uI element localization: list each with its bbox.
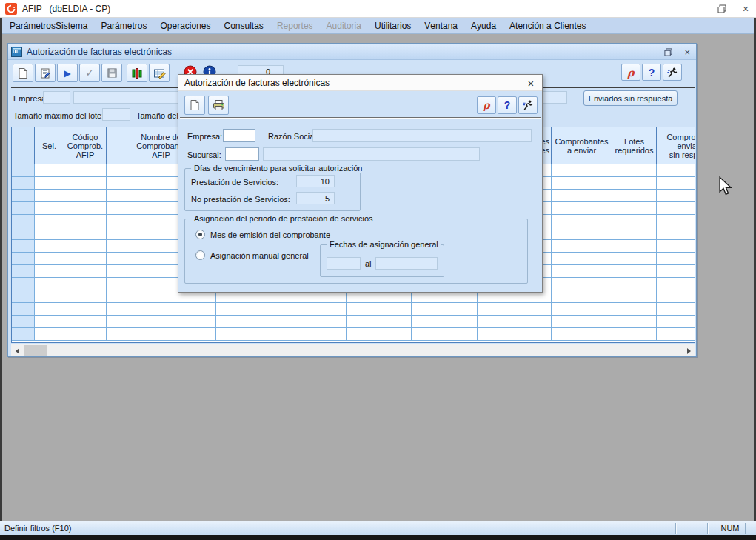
no-prestacion-field[interactable]: 5 [296, 192, 335, 204]
grid-cell[interactable] [552, 240, 612, 253]
grid-cell[interactable] [612, 278, 657, 290]
menu-item-atencion-a-clientes[interactable]: Atención a Clientes [503, 18, 592, 33]
grid-cell[interactable] [64, 253, 107, 265]
dialog-sucursal-field[interactable] [225, 147, 259, 161]
grid-cell[interactable] [64, 227, 107, 240]
grid-cell[interactable] [552, 164, 612, 177]
grid-cell[interactable] [478, 303, 552, 316]
column-header-comprobantes-enviados-sin-respuesta[interactable]: Comprobantes enviados sin respuesta [657, 127, 695, 164]
dialog-titlebar[interactable]: Autorización de facturas electrónicas [178, 75, 542, 91]
grid-cell[interactable] [35, 215, 64, 227]
row-selector-cell[interactable] [12, 215, 35, 227]
grid-cell[interactable] [347, 303, 412, 316]
grid-cell[interactable] [35, 278, 64, 290]
menu-item-ayuda[interactable]: Ayuda [464, 18, 503, 33]
grid-cell[interactable] [657, 265, 695, 278]
row-selector-cell[interactable] [12, 227, 35, 240]
scroll-right-button[interactable] [683, 344, 695, 357]
prestacion-field[interactable]: 10 [296, 175, 335, 187]
grid-cell[interactable] [612, 265, 657, 278]
grid-cell[interactable] [64, 290, 107, 303]
grid-cell[interactable] [612, 215, 657, 227]
grid-cell[interactable] [657, 227, 695, 240]
row-selector-cell[interactable] [12, 303, 35, 316]
grid-cell[interactable] [64, 240, 107, 253]
row-selector-cell[interactable] [12, 290, 35, 303]
grid-cell[interactable] [35, 164, 64, 177]
grid-cell[interactable] [281, 303, 347, 316]
grid-cell[interactable] [612, 328, 657, 341]
maximize-button[interactable] [711, 0, 733, 18]
new-button[interactable] [13, 64, 33, 82]
grid-cell[interactable] [657, 303, 695, 316]
menu-item-consultas[interactable]: Consultas [218, 18, 270, 33]
radio-mes-emision[interactable]: Mes de emisión del comprobante [195, 230, 330, 239]
grid-cell[interactable] [657, 278, 695, 290]
menu-item-parametros-sistema[interactable]: Parámetros Sistema [3, 18, 94, 33]
close-button[interactable]: × [735, 0, 756, 18]
grid-cell[interactable] [64, 303, 107, 316]
grid-cell[interactable] [612, 253, 657, 265]
grid-cell[interactable] [612, 227, 657, 240]
properties-button[interactable] [35, 64, 56, 82]
exit-button[interactable] [663, 64, 682, 81]
grid-cell[interactable] [35, 253, 64, 265]
grid-cell[interactable] [347, 316, 412, 328]
run-button[interactable]: ▶ [57, 64, 78, 82]
dialog-close-button[interactable]: × [520, 75, 542, 91]
grid-cell[interactable] [216, 316, 281, 328]
fecha-desde-field[interactable] [327, 257, 361, 270]
row-selector-cell[interactable] [12, 316, 35, 328]
grid-cell[interactable] [657, 253, 695, 265]
grid-cell[interactable] [412, 328, 478, 341]
scroll-left-button[interactable] [11, 344, 24, 357]
child-titlebar[interactable]: Autorización de facturas electrónicas — … [8, 44, 696, 60]
child-minimize-button[interactable]: — [645, 48, 652, 56]
grid-cell[interactable] [657, 202, 695, 215]
grid-cell[interactable] [35, 316, 64, 328]
grid-cell[interactable] [552, 290, 612, 303]
grid-cell[interactable] [281, 328, 347, 341]
enviados-sin-respuesta-button[interactable]: Enviados sin respuesta [583, 90, 678, 106]
grid-cell[interactable] [64, 278, 107, 290]
grid-cell[interactable] [107, 316, 216, 328]
row-selector-cell[interactable] [12, 164, 35, 177]
grid-cell[interactable] [612, 202, 657, 215]
grid-hscrollbar[interactable] [11, 344, 695, 356]
grid-cell[interactable] [552, 227, 612, 240]
grid-cell[interactable] [612, 303, 657, 316]
grid-cell[interactable] [64, 177, 107, 190]
grid-cell[interactable] [612, 164, 657, 177]
grid-cell[interactable] [107, 328, 216, 341]
menu-item-parametros[interactable]: Parámetros [94, 18, 153, 33]
grid-cell[interactable] [552, 177, 612, 190]
column-header-sel[interactable]: Sel. [35, 127, 64, 164]
grid-cell[interactable] [281, 316, 347, 328]
grid-cell[interactable] [412, 316, 478, 328]
grid-cell[interactable] [64, 190, 107, 202]
grid-cell[interactable] [64, 316, 107, 328]
row-selector-cell[interactable] [12, 240, 35, 253]
grid-cell[interactable] [35, 202, 64, 215]
grid-cell[interactable] [552, 190, 612, 202]
grid-cell[interactable] [657, 164, 695, 177]
grid-cell[interactable] [657, 240, 695, 253]
menu-item-ventana[interactable]: Ventana [418, 18, 464, 33]
row-selector-cell[interactable] [12, 253, 35, 265]
child-close-button[interactable]: × [684, 47, 690, 58]
row-selector-cell[interactable] [12, 202, 35, 215]
scrollbar-thumb[interactable] [24, 345, 47, 356]
grid-cell[interactable] [64, 265, 107, 278]
grid-edit-button[interactable] [149, 64, 170, 82]
grid-cell[interactable] [552, 316, 612, 328]
confirm-button[interactable]: ✓ [79, 64, 100, 82]
grid-cell[interactable] [64, 215, 107, 227]
tamano-maximo-field[interactable] [102, 108, 130, 121]
help-button[interactable]: ? [642, 64, 661, 81]
grid-cell[interactable] [552, 303, 612, 316]
grid-cell[interactable] [657, 215, 695, 227]
dialog-new-button[interactable] [184, 96, 205, 115]
grid-cell[interactable] [412, 303, 478, 316]
grid-cell[interactable] [612, 290, 657, 303]
grid-cell[interactable] [35, 177, 64, 190]
